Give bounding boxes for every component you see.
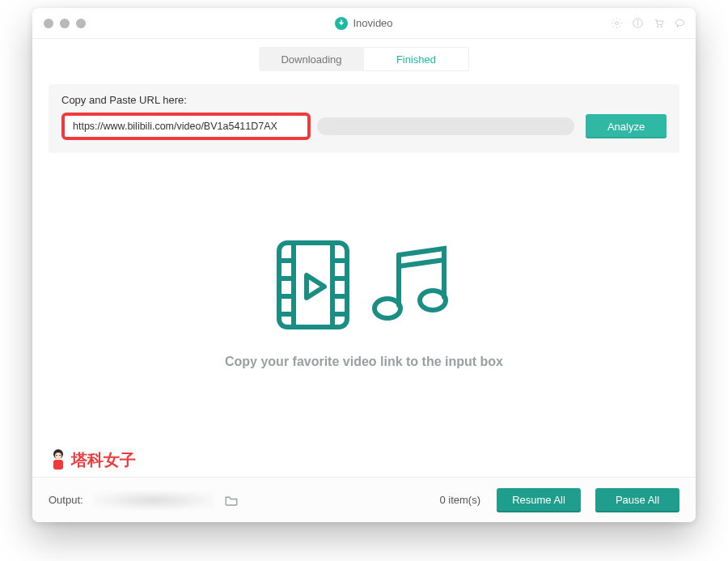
svg-point-0 [615, 22, 618, 25]
url-label: Copy and Paste URL here: [61, 94, 667, 106]
title-center: Inovideo [32, 17, 696, 30]
pause-all-button[interactable]: Pause All [595, 488, 679, 512]
chat-icon[interactable] [673, 17, 686, 30]
titlebar-icons [610, 17, 686, 30]
svg-rect-22 [53, 460, 63, 470]
svg-point-24 [59, 455, 61, 457]
watermark-girl-icon [49, 448, 68, 472]
svg-point-5 [660, 26, 662, 28]
svg-point-18 [375, 299, 400, 318]
tabs-row: Downloading Finished [32, 39, 696, 79]
url-row: Analyze [61, 113, 667, 140]
svg-point-23 [56, 455, 57, 457]
app-logo-icon [335, 17, 348, 30]
watermark: 塔科女子 [49, 448, 136, 472]
svg-point-21 [55, 453, 61, 459]
info-icon[interactable] [631, 17, 644, 30]
resume-all-button[interactable]: Resume All [497, 488, 581, 512]
tab-finished[interactable]: Finished [364, 47, 469, 71]
svg-point-3 [637, 20, 638, 21]
url-remainder [317, 117, 574, 135]
url-input[interactable] [65, 116, 307, 137]
window-controls [44, 19, 86, 28]
output-label: Output: [49, 494, 83, 506]
zoom-dot[interactable] [76, 19, 86, 28]
folder-icon[interactable] [224, 493, 239, 508]
svg-point-19 [420, 291, 446, 310]
svg-point-4 [657, 26, 658, 28]
gear-icon[interactable] [610, 17, 623, 30]
url-highlight-box [61, 113, 311, 140]
bottom-bar: Output: 0 item(s) Resume All Pause All [32, 477, 696, 522]
output-path-blurred [93, 491, 214, 510]
empty-illustration [273, 236, 455, 337]
items-count: 0 item(s) [439, 494, 480, 506]
app-window: Inovideo Downloading Finished Copy and P… [32, 8, 696, 522]
main-area: Copy your favorite video link to the inp… [32, 153, 696, 477]
minimize-dot[interactable] [60, 19, 70, 28]
empty-hint: Copy your favorite video link to the inp… [225, 355, 503, 369]
music-note-icon [366, 240, 455, 333]
watermark-text: 塔科女子 [71, 449, 136, 471]
analyze-button[interactable]: Analyze [586, 114, 667, 138]
close-dot[interactable] [44, 19, 53, 28]
tab-downloading[interactable]: Downloading [259, 47, 364, 71]
tabs: Downloading Finished [259, 47, 469, 71]
url-panel: Copy and Paste URL here: Analyze [49, 84, 679, 153]
cart-icon[interactable] [652, 17, 665, 30]
film-icon [273, 236, 353, 337]
app-name: Inovideo [353, 17, 392, 29]
titlebar: Inovideo [32, 8, 696, 39]
svg-point-6 [675, 19, 684, 26]
